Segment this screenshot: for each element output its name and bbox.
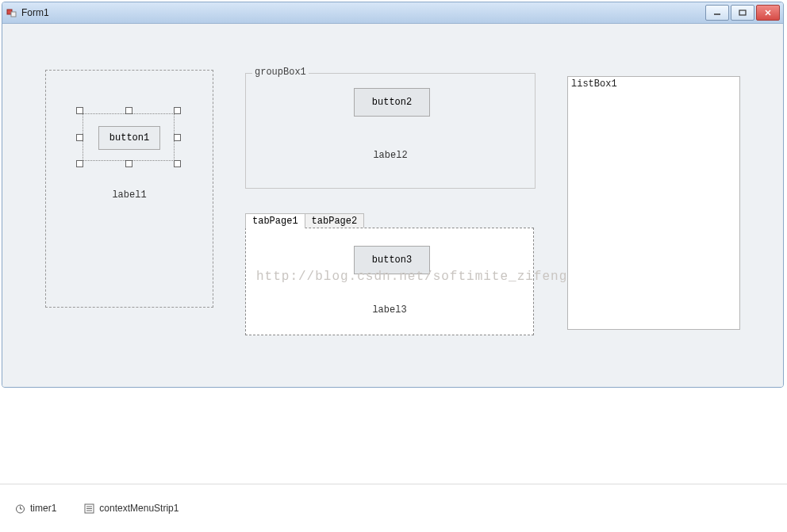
tabpage1[interactable]: button3 label3 [245, 228, 534, 335]
designer-surface: Form1 button1 [0, 0, 787, 532]
groupbox1-caption: groupBox1 [252, 67, 309, 78]
timer-icon [14, 503, 25, 514]
selection-adorner[interactable]: button1 [79, 110, 178, 164]
resize-handle-tl[interactable] [76, 107, 83, 114]
button1[interactable]: button1 [98, 126, 160, 150]
close-button[interactable] [756, 5, 780, 21]
button1-label: button1 [109, 132, 149, 144]
tabcontrol1[interactable]: tabPage1 tabPage2 button3 label3 [245, 212, 534, 336]
tab-tabpage1[interactable]: tabPage1 [245, 213, 305, 228]
tray-timer1[interactable]: timer1 [14, 503, 56, 514]
resize-handle-ml[interactable] [76, 134, 83, 141]
resize-handle-tm[interactable] [125, 107, 132, 114]
tray-contextmenu-label: contextMenuStrip1 [99, 503, 179, 514]
resize-handle-tr[interactable] [174, 107, 181, 114]
button3[interactable]: button3 [354, 246, 430, 274]
window-controls [705, 5, 780, 21]
panel1[interactable]: button1 label1 [45, 70, 213, 308]
button3-label: button3 [372, 255, 412, 266]
resize-handle-mr[interactable] [174, 134, 181, 141]
form-icon [6, 6, 18, 19]
resize-handle-bm[interactable] [125, 160, 132, 167]
component-tray[interactable]: timer1 contextMenuStrip1 [0, 484, 787, 532]
tab-tabpage1-label: tabPage1 [252, 216, 298, 227]
resize-handle-bl[interactable] [76, 160, 83, 167]
svg-rect-1 [11, 12, 16, 17]
minimize-button[interactable] [705, 5, 729, 21]
tab-strip: tabPage1 tabPage2 [245, 212, 534, 228]
button2[interactable]: button2 [354, 88, 430, 117]
listbox1[interactable]: listBox1 [567, 76, 740, 330]
form-window: Form1 button1 [2, 2, 784, 388]
listbox1-item[interactable]: listBox1 [571, 78, 736, 90]
svg-rect-3 [739, 10, 746, 15]
label2[interactable]: label2 [246, 150, 535, 161]
form-client-area[interactable]: button1 label1 groupBox1 button2 [2, 24, 783, 388]
contextmenu-icon [83, 503, 94, 514]
tab-tabpage2[interactable]: tabPage2 [305, 213, 365, 228]
tray-timer1-label: timer1 [30, 503, 56, 514]
titlebar[interactable]: Form1 [2, 2, 783, 24]
resize-handle-br[interactable] [174, 160, 181, 167]
label3[interactable]: label3 [246, 304, 533, 316]
label1[interactable]: label1 [46, 189, 213, 201]
groupbox1[interactable]: groupBox1 button2 label2 [245, 73, 536, 189]
maximize-button[interactable] [731, 5, 754, 21]
button2-label: button2 [372, 97, 412, 108]
tray-contextmenustrip1[interactable]: contextMenuStrip1 [83, 503, 179, 514]
window-title: Form1 [21, 7, 49, 18]
tab-tabpage2-label: tabPage2 [312, 216, 358, 227]
